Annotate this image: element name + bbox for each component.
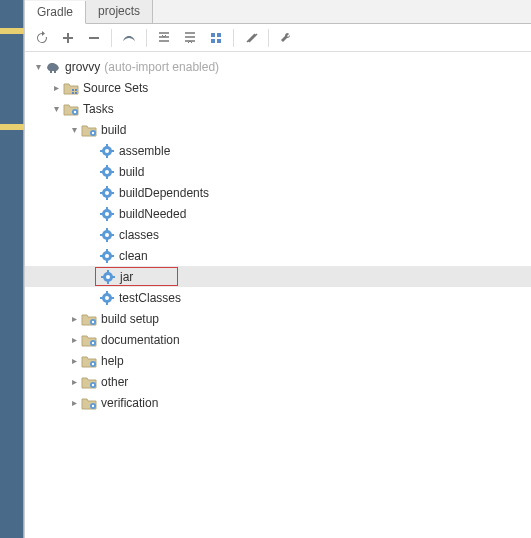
folder-icon bbox=[81, 332, 97, 348]
tree-label: assemble bbox=[119, 144, 170, 158]
toolbar-separator bbox=[233, 29, 234, 47]
svg-rect-58 bbox=[106, 302, 108, 305]
chevron-right-icon[interactable]: ▸ bbox=[67, 355, 81, 366]
svg-rect-5 bbox=[72, 89, 74, 91]
svg-point-10 bbox=[74, 110, 76, 112]
tree-label: Tasks bbox=[83, 102, 114, 116]
tree-item-documentation[interactable]: ▸ documentation bbox=[25, 329, 531, 350]
toolbar bbox=[25, 24, 531, 52]
collapse-all-icon[interactable] bbox=[179, 27, 201, 49]
tree-label: documentation bbox=[101, 333, 180, 347]
svg-rect-35 bbox=[100, 213, 103, 215]
folder-icon bbox=[63, 80, 79, 96]
tree-item-verification[interactable]: ▸ verification bbox=[25, 392, 531, 413]
folder-icon bbox=[81, 311, 97, 327]
wrench-icon[interactable] bbox=[275, 27, 297, 49]
svg-rect-18 bbox=[111, 150, 114, 152]
remove-icon[interactable] bbox=[83, 27, 105, 49]
gradle-tree[interactable]: ▾ grovvy (auto-import enabled) ▸ Source … bbox=[25, 52, 531, 538]
svg-rect-47 bbox=[100, 255, 103, 257]
tree-item-other[interactable]: ▸ other bbox=[25, 371, 531, 392]
gear-icon bbox=[99, 185, 115, 201]
tab-gradle[interactable]: Gradle bbox=[25, 1, 86, 24]
toolbar-separator bbox=[146, 29, 147, 47]
tree-label: build bbox=[119, 165, 144, 179]
tree-item-buildsetup[interactable]: ▸ build setup bbox=[25, 308, 531, 329]
gutter-mark bbox=[0, 124, 24, 130]
chevron-right-icon[interactable]: ▸ bbox=[67, 397, 81, 408]
chevron-down-icon[interactable]: ▾ bbox=[31, 61, 45, 72]
chevron-right-icon[interactable]: ▸ bbox=[67, 313, 81, 324]
task-jar[interactable]: ▸ jar bbox=[25, 266, 531, 287]
svg-point-64 bbox=[92, 341, 94, 343]
chevron-down-icon[interactable]: ▾ bbox=[49, 103, 63, 114]
task-build[interactable]: ▸ build bbox=[25, 161, 531, 182]
tab-projects[interactable]: projects bbox=[86, 0, 153, 23]
folder-icon bbox=[63, 101, 79, 117]
tree-hint: (auto-import enabled) bbox=[104, 60, 219, 74]
chevron-right-icon[interactable]: ▸ bbox=[49, 82, 63, 93]
svg-rect-1 bbox=[211, 33, 215, 37]
chevron-right-icon[interactable]: ▸ bbox=[67, 334, 81, 345]
run-icon[interactable] bbox=[118, 27, 140, 49]
svg-point-14 bbox=[105, 149, 109, 153]
gear-icon bbox=[99, 143, 115, 159]
svg-rect-23 bbox=[100, 171, 103, 173]
svg-rect-33 bbox=[106, 207, 108, 210]
offline-icon[interactable] bbox=[240, 27, 262, 49]
svg-rect-42 bbox=[111, 234, 114, 236]
svg-point-20 bbox=[105, 170, 109, 174]
tree-label: buildDependents bbox=[119, 186, 209, 200]
svg-point-68 bbox=[92, 383, 94, 385]
svg-point-38 bbox=[105, 233, 109, 237]
task-clean[interactable]: ▸ clean bbox=[25, 245, 531, 266]
svg-rect-41 bbox=[100, 234, 103, 236]
svg-rect-2 bbox=[217, 33, 221, 37]
svg-point-70 bbox=[92, 404, 94, 406]
svg-point-12 bbox=[92, 131, 94, 133]
svg-rect-7 bbox=[72, 92, 74, 94]
svg-rect-59 bbox=[100, 297, 103, 299]
svg-rect-54 bbox=[112, 276, 115, 278]
expand-all-icon[interactable] bbox=[153, 27, 175, 49]
svg-rect-17 bbox=[100, 150, 103, 152]
svg-rect-15 bbox=[106, 144, 108, 147]
task-classes[interactable]: ▸ classes bbox=[25, 224, 531, 245]
svg-point-50 bbox=[106, 275, 110, 279]
svg-rect-52 bbox=[107, 281, 109, 284]
tree-item-sourcesets[interactable]: ▸ Source Sets bbox=[25, 77, 531, 98]
task-builddependents[interactable]: ▸ buildDependents bbox=[25, 182, 531, 203]
gear-icon bbox=[99, 290, 115, 306]
elephant-icon bbox=[45, 59, 61, 75]
svg-point-32 bbox=[105, 212, 109, 216]
folder-icon bbox=[81, 374, 97, 390]
svg-rect-3 bbox=[211, 39, 215, 43]
svg-rect-16 bbox=[106, 155, 108, 158]
folder-icon bbox=[81, 353, 97, 369]
gradle-panel: Gradle projects bbox=[24, 0, 531, 538]
tree-item-build[interactable]: ▾ build bbox=[25, 119, 531, 140]
task-testclasses[interactable]: ▸ testClasses bbox=[25, 287, 531, 308]
gear-icon bbox=[100, 269, 116, 285]
tree-label: jar bbox=[120, 270, 173, 284]
svg-rect-57 bbox=[106, 291, 108, 294]
svg-rect-21 bbox=[106, 165, 108, 168]
chevron-right-icon[interactable]: ▸ bbox=[67, 376, 81, 387]
task-buildneeded[interactable]: ▸ buildNeeded bbox=[25, 203, 531, 224]
chevron-down-icon[interactable]: ▾ bbox=[67, 124, 81, 135]
tree-item-tasks[interactable]: ▾ Tasks bbox=[25, 98, 531, 119]
refresh-icon[interactable] bbox=[31, 27, 53, 49]
highlight-box: jar bbox=[95, 267, 178, 286]
svg-rect-46 bbox=[106, 260, 108, 263]
tree-item-help[interactable]: ▸ help bbox=[25, 350, 531, 371]
tree-label: grovvy bbox=[65, 60, 100, 74]
add-icon[interactable] bbox=[57, 27, 79, 49]
tree-label: buildNeeded bbox=[119, 207, 186, 221]
folder-icon bbox=[81, 122, 97, 138]
svg-rect-36 bbox=[111, 213, 114, 215]
task-assemble[interactable]: ▸ assemble bbox=[25, 140, 531, 161]
tree-root[interactable]: ▾ grovvy (auto-import enabled) bbox=[25, 56, 531, 77]
gutter-strip bbox=[0, 0, 24, 538]
group-tasks-icon[interactable] bbox=[205, 27, 227, 49]
svg-rect-45 bbox=[106, 249, 108, 252]
